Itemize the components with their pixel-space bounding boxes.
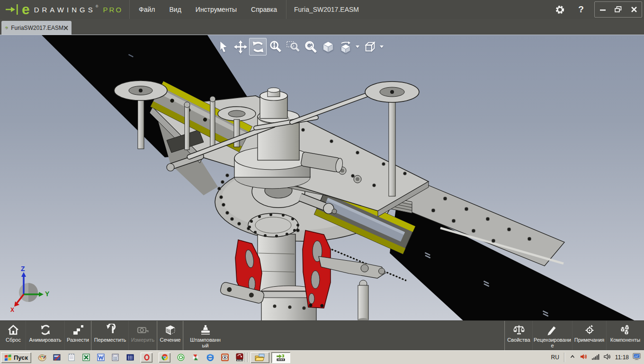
section-icon [164, 323, 177, 337]
paint-palette-icon[interactable] [38, 353, 46, 362]
zoom-fit-tool-icon[interactable] [302, 38, 319, 55]
help-icon[interactable]: ? [572, 4, 590, 15]
minimize-button[interactable] [595, 2, 610, 17]
review-button[interactable]: Рецензирование [532, 321, 572, 350]
titlebar-separator [286, 0, 286, 19]
taskbar-separator [247, 353, 248, 362]
draft-quality-icon[interactable] [361, 38, 378, 55]
orientation-triad: Z Y X [10, 265, 50, 313]
language-indicator[interactable]: RU [551, 354, 559, 361]
rotor-blade-lower[interactable] [390, 202, 644, 321]
edrawings-2017-icon [276, 353, 286, 362]
view-orientation-icon[interactable] [337, 38, 354, 55]
3d-viewport[interactable]: Z Y X [0, 35, 644, 320]
triad-x-label: X [10, 307, 14, 313]
select-tool-icon[interactable] [214, 38, 232, 55]
scales-icon [513, 323, 525, 337]
edrawings-arrow-icon [5, 3, 21, 16]
menu-bar: Файл Вид Инструменты Справка [130, 0, 286, 19]
crosshair-icon [583, 323, 596, 337]
windows-logo-icon [4, 354, 12, 361]
edrawings-window: e DRAWINGS ® PRO Файл Вид Инструменты Сп… [0, 0, 644, 364]
rotate-tool-icon[interactable] [249, 38, 267, 55]
display-icon[interactable] [633, 353, 642, 363]
logo-brand: DRAWINGS [34, 6, 96, 14]
tray-separator [564, 353, 564, 362]
shaded-view-icon[interactable] [319, 38, 337, 55]
components-button[interactable]: Компоненты [606, 321, 644, 350]
close-button[interactable] [626, 2, 642, 17]
document-title: Furia_SW2017.EASM [294, 6, 359, 13]
measure-button: Измерить [128, 321, 157, 350]
view-orientation-dropdown-icon[interactable] [354, 38, 361, 55]
stamp-icon [199, 323, 212, 337]
edrawings-logo: e DRAWINGS ® PRO [0, 0, 129, 19]
menu-view[interactable]: Вид [162, 0, 188, 19]
video-editor-icon[interactable] [53, 353, 61, 362]
system-tray: RU [551, 352, 644, 363]
image-viewer-icon[interactable] [221, 353, 229, 362]
move-icon [104, 323, 116, 337]
excel-icon[interactable] [82, 353, 90, 362]
volume-busy-icon[interactable] [580, 353, 588, 363]
pinwheel-icon[interactable] [191, 353, 200, 362]
logo-e: e [22, 2, 30, 17]
section-button[interactable]: Сечение [157, 321, 183, 350]
measure-icon [137, 323, 149, 337]
markup-button[interactable]: Примечания [572, 321, 606, 350]
menu-tools[interactable]: Инструменты [188, 0, 244, 19]
title-bar: e DRAWINGS ® PRO Файл Вид Инструменты Сп… [0, 0, 644, 19]
keypad-icon[interactable] [126, 353, 134, 362]
components-icon [619, 323, 632, 337]
command-bar: Сброс Анимировать [0, 320, 644, 350]
tab-bar: FuriaSW2017.EASM [0, 19, 644, 35]
home-icon [7, 323, 19, 337]
window-controls [594, 1, 642, 18]
volume-icon[interactable] [603, 353, 611, 363]
hidden-icons-chevron[interactable] [569, 353, 576, 362]
animate-icon [39, 323, 52, 337]
taskbar-button-edrawings[interactable] [271, 352, 290, 363]
move-button[interactable]: Переместить [91, 321, 128, 350]
taskbar-button-explorer[interactable] [250, 352, 269, 363]
menu-help[interactable]: Справка [244, 0, 284, 19]
start-button[interactable]: Пуск [1, 352, 31, 363]
animate-button[interactable]: Анимировать [26, 321, 64, 350]
tray-clock: 11:18 [615, 354, 629, 361]
support-plate-red-right[interactable] [303, 230, 331, 308]
settings-gear-icon[interactable] [552, 5, 568, 15]
opera-icon[interactable] [141, 353, 152, 363]
triad-z-label: Z [21, 265, 25, 273]
assembly-icon [5, 25, 8, 31]
document-tab[interactable]: FuriaSW2017.EASM [1, 21, 72, 35]
chrome-icon[interactable] [159, 353, 170, 363]
draft-quality-dropdown-icon[interactable] [378, 38, 385, 55]
logo-pro: PRO [103, 6, 123, 14]
taskbar-separator [245, 353, 245, 362]
word-icon[interactable] [97, 353, 105, 362]
folder-icon [255, 353, 265, 362]
windows-taskbar: Пуск [0, 350, 644, 364]
solidworks-2017-icon[interactable] [235, 353, 244, 362]
stamp-button[interactable]: Штампованный [183, 321, 227, 350]
zoom-area-tool-icon[interactable] [284, 38, 302, 55]
explode-button[interactable]: Разнести [64, 321, 91, 350]
pan-tool-icon[interactable] [232, 38, 249, 55]
restore-button[interactable] [610, 2, 626, 17]
notepad-icon[interactable] [67, 353, 76, 362]
quick-launch-bar [38, 353, 244, 363]
calculator-icon[interactable] [111, 353, 120, 362]
logo-reg: ® [96, 4, 98, 9]
menu-file[interactable]: Файл [132, 0, 162, 19]
zoom-tool-icon[interactable] [267, 38, 284, 55]
view-toolbar [214, 38, 385, 55]
pencil-icon [546, 323, 559, 337]
tab-close-icon[interactable] [63, 26, 68, 30]
reset-button[interactable]: Сброс [1, 321, 26, 350]
signal-bars-icon[interactable] [591, 353, 599, 363]
properties-button[interactable]: Свойства [505, 321, 532, 350]
tab-label: FuriaSW2017.EASM [11, 25, 63, 31]
mail-icon[interactable] [177, 353, 185, 362]
internet-explorer-icon[interactable] [206, 353, 215, 362]
3d-model-canvas[interactable]: Z Y X [0, 35, 644, 321]
